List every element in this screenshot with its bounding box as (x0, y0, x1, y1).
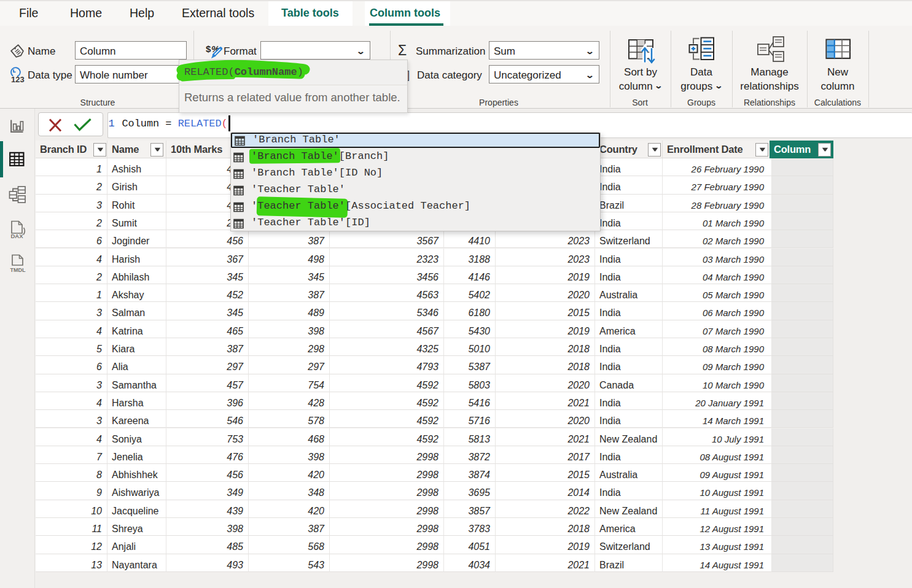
svg-text:Σ: Σ (398, 43, 407, 58)
svg-text:DAX: DAX (11, 233, 24, 239)
svg-text:$: $ (206, 44, 211, 54)
svg-text:TMDL: TMDL (10, 267, 26, 273)
svg-text:123: 123 (11, 75, 25, 84)
